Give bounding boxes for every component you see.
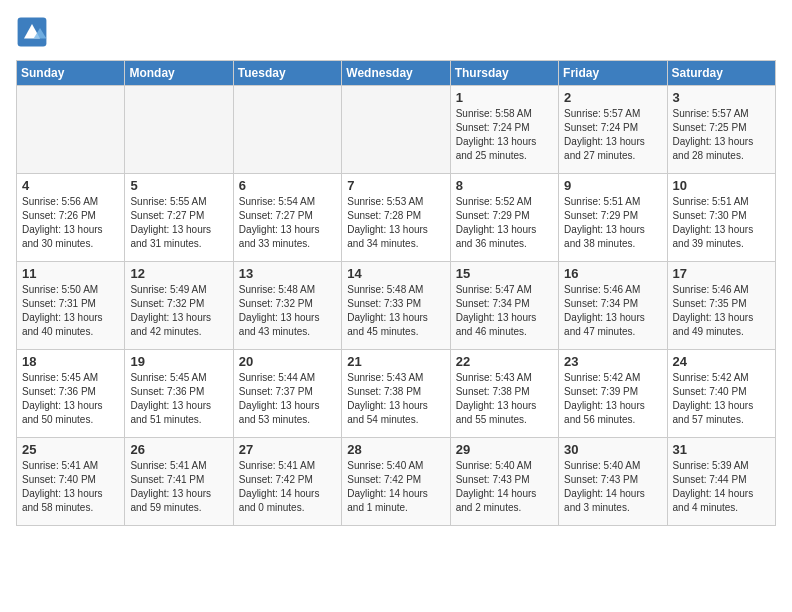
calendar-cell: 7Sunrise: 5:53 AMSunset: 7:28 PMDaylight… xyxy=(342,174,450,262)
cell-content: Sunrise: 5:57 AMSunset: 7:25 PMDaylight:… xyxy=(673,107,770,163)
col-header-saturday: Saturday xyxy=(667,61,775,86)
cell-content: Sunrise: 5:44 AMSunset: 7:37 PMDaylight:… xyxy=(239,371,336,427)
calendar-cell: 25Sunrise: 5:41 AMSunset: 7:40 PMDayligh… xyxy=(17,438,125,526)
logo-icon xyxy=(16,16,48,48)
calendar-cell xyxy=(233,86,341,174)
cell-content: Sunrise: 5:40 AMSunset: 7:43 PMDaylight:… xyxy=(564,459,661,515)
calendar-cell: 30Sunrise: 5:40 AMSunset: 7:43 PMDayligh… xyxy=(559,438,667,526)
day-number: 12 xyxy=(130,266,227,281)
logo xyxy=(16,16,52,48)
day-number: 16 xyxy=(564,266,661,281)
day-number: 15 xyxy=(456,266,553,281)
day-number: 17 xyxy=(673,266,770,281)
calendar-cell: 15Sunrise: 5:47 AMSunset: 7:34 PMDayligh… xyxy=(450,262,558,350)
calendar-cell: 5Sunrise: 5:55 AMSunset: 7:27 PMDaylight… xyxy=(125,174,233,262)
day-number: 27 xyxy=(239,442,336,457)
cell-content: Sunrise: 5:46 AMSunset: 7:34 PMDaylight:… xyxy=(564,283,661,339)
col-header-sunday: Sunday xyxy=(17,61,125,86)
day-number: 25 xyxy=(22,442,119,457)
calendar-cell: 21Sunrise: 5:43 AMSunset: 7:38 PMDayligh… xyxy=(342,350,450,438)
calendar-cell: 3Sunrise: 5:57 AMSunset: 7:25 PMDaylight… xyxy=(667,86,775,174)
cell-content: Sunrise: 5:55 AMSunset: 7:27 PMDaylight:… xyxy=(130,195,227,251)
cell-content: Sunrise: 5:42 AMSunset: 7:40 PMDaylight:… xyxy=(673,371,770,427)
cell-content: Sunrise: 5:47 AMSunset: 7:34 PMDaylight:… xyxy=(456,283,553,339)
calendar-cell: 27Sunrise: 5:41 AMSunset: 7:42 PMDayligh… xyxy=(233,438,341,526)
day-number: 5 xyxy=(130,178,227,193)
day-number: 13 xyxy=(239,266,336,281)
day-number: 4 xyxy=(22,178,119,193)
cell-content: Sunrise: 5:53 AMSunset: 7:28 PMDaylight:… xyxy=(347,195,444,251)
calendar-cell: 14Sunrise: 5:48 AMSunset: 7:33 PMDayligh… xyxy=(342,262,450,350)
calendar-cell: 6Sunrise: 5:54 AMSunset: 7:27 PMDaylight… xyxy=(233,174,341,262)
cell-content: Sunrise: 5:40 AMSunset: 7:42 PMDaylight:… xyxy=(347,459,444,515)
cell-content: Sunrise: 5:41 AMSunset: 7:40 PMDaylight:… xyxy=(22,459,119,515)
cell-content: Sunrise: 5:50 AMSunset: 7:31 PMDaylight:… xyxy=(22,283,119,339)
calendar-cell: 23Sunrise: 5:42 AMSunset: 7:39 PMDayligh… xyxy=(559,350,667,438)
day-number: 6 xyxy=(239,178,336,193)
cell-content: Sunrise: 5:40 AMSunset: 7:43 PMDaylight:… xyxy=(456,459,553,515)
cell-content: Sunrise: 5:39 AMSunset: 7:44 PMDaylight:… xyxy=(673,459,770,515)
day-number: 7 xyxy=(347,178,444,193)
calendar-cell: 22Sunrise: 5:43 AMSunset: 7:38 PMDayligh… xyxy=(450,350,558,438)
cell-content: Sunrise: 5:41 AMSunset: 7:41 PMDaylight:… xyxy=(130,459,227,515)
cell-content: Sunrise: 5:45 AMSunset: 7:36 PMDaylight:… xyxy=(130,371,227,427)
calendar-cell: 28Sunrise: 5:40 AMSunset: 7:42 PMDayligh… xyxy=(342,438,450,526)
calendar-cell: 26Sunrise: 5:41 AMSunset: 7:41 PMDayligh… xyxy=(125,438,233,526)
calendar-cell: 13Sunrise: 5:48 AMSunset: 7:32 PMDayligh… xyxy=(233,262,341,350)
calendar-cell: 18Sunrise: 5:45 AMSunset: 7:36 PMDayligh… xyxy=(17,350,125,438)
cell-content: Sunrise: 5:45 AMSunset: 7:36 PMDaylight:… xyxy=(22,371,119,427)
calendar-cell: 1Sunrise: 5:58 AMSunset: 7:24 PMDaylight… xyxy=(450,86,558,174)
calendar-cell: 8Sunrise: 5:52 AMSunset: 7:29 PMDaylight… xyxy=(450,174,558,262)
calendar-cell: 20Sunrise: 5:44 AMSunset: 7:37 PMDayligh… xyxy=(233,350,341,438)
cell-content: Sunrise: 5:51 AMSunset: 7:29 PMDaylight:… xyxy=(564,195,661,251)
day-number: 2 xyxy=(564,90,661,105)
calendar-cell: 29Sunrise: 5:40 AMSunset: 7:43 PMDayligh… xyxy=(450,438,558,526)
cell-content: Sunrise: 5:43 AMSunset: 7:38 PMDaylight:… xyxy=(347,371,444,427)
cell-content: Sunrise: 5:43 AMSunset: 7:38 PMDaylight:… xyxy=(456,371,553,427)
calendar-cell: 4Sunrise: 5:56 AMSunset: 7:26 PMDaylight… xyxy=(17,174,125,262)
day-number: 21 xyxy=(347,354,444,369)
calendar-cell: 12Sunrise: 5:49 AMSunset: 7:32 PMDayligh… xyxy=(125,262,233,350)
day-number: 30 xyxy=(564,442,661,457)
calendar-cell: 16Sunrise: 5:46 AMSunset: 7:34 PMDayligh… xyxy=(559,262,667,350)
col-header-monday: Monday xyxy=(125,61,233,86)
day-number: 10 xyxy=(673,178,770,193)
col-header-wednesday: Wednesday xyxy=(342,61,450,86)
day-number: 11 xyxy=(22,266,119,281)
day-number: 22 xyxy=(456,354,553,369)
calendar-cell: 11Sunrise: 5:50 AMSunset: 7:31 PMDayligh… xyxy=(17,262,125,350)
col-header-thursday: Thursday xyxy=(450,61,558,86)
calendar-cell: 19Sunrise: 5:45 AMSunset: 7:36 PMDayligh… xyxy=(125,350,233,438)
col-header-friday: Friday xyxy=(559,61,667,86)
calendar-cell xyxy=(17,86,125,174)
day-number: 29 xyxy=(456,442,553,457)
day-number: 1 xyxy=(456,90,553,105)
day-number: 18 xyxy=(22,354,119,369)
cell-content: Sunrise: 5:46 AMSunset: 7:35 PMDaylight:… xyxy=(673,283,770,339)
day-number: 24 xyxy=(673,354,770,369)
day-number: 19 xyxy=(130,354,227,369)
calendar-cell xyxy=(342,86,450,174)
page-header xyxy=(16,16,776,48)
calendar-cell xyxy=(125,86,233,174)
day-number: 31 xyxy=(673,442,770,457)
day-number: 26 xyxy=(130,442,227,457)
calendar-cell: 17Sunrise: 5:46 AMSunset: 7:35 PMDayligh… xyxy=(667,262,775,350)
day-number: 9 xyxy=(564,178,661,193)
day-number: 23 xyxy=(564,354,661,369)
cell-content: Sunrise: 5:49 AMSunset: 7:32 PMDaylight:… xyxy=(130,283,227,339)
cell-content: Sunrise: 5:48 AMSunset: 7:32 PMDaylight:… xyxy=(239,283,336,339)
cell-content: Sunrise: 5:54 AMSunset: 7:27 PMDaylight:… xyxy=(239,195,336,251)
day-number: 20 xyxy=(239,354,336,369)
cell-content: Sunrise: 5:41 AMSunset: 7:42 PMDaylight:… xyxy=(239,459,336,515)
calendar-cell: 31Sunrise: 5:39 AMSunset: 7:44 PMDayligh… xyxy=(667,438,775,526)
col-header-tuesday: Tuesday xyxy=(233,61,341,86)
calendar-cell: 10Sunrise: 5:51 AMSunset: 7:30 PMDayligh… xyxy=(667,174,775,262)
cell-content: Sunrise: 5:58 AMSunset: 7:24 PMDaylight:… xyxy=(456,107,553,163)
calendar-cell: 9Sunrise: 5:51 AMSunset: 7:29 PMDaylight… xyxy=(559,174,667,262)
cell-content: Sunrise: 5:42 AMSunset: 7:39 PMDaylight:… xyxy=(564,371,661,427)
calendar-cell: 24Sunrise: 5:42 AMSunset: 7:40 PMDayligh… xyxy=(667,350,775,438)
day-number: 28 xyxy=(347,442,444,457)
calendar-table: SundayMondayTuesdayWednesdayThursdayFrid… xyxy=(16,60,776,526)
day-number: 8 xyxy=(456,178,553,193)
